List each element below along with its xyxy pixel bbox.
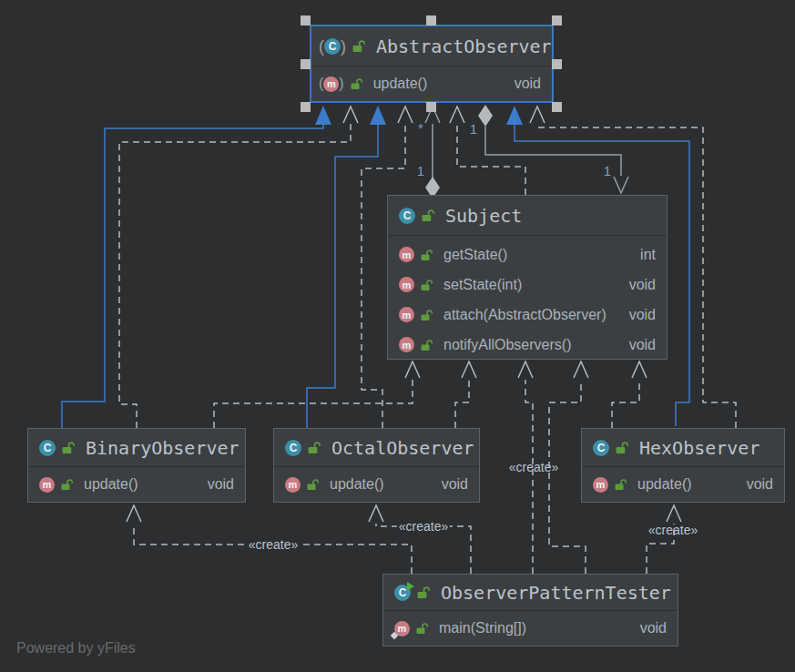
method-name: getState() (443, 247, 507, 263)
selection-handle-bottom-right[interactable] (552, 102, 562, 112)
abstract-paren-icon: ) (339, 76, 343, 91)
method-return-type: void (747, 476, 773, 493)
method-icon: m (39, 477, 55, 493)
static-method-icon: m (394, 621, 410, 636)
abstract-method-icon: m (323, 76, 339, 92)
method-name: setState(int) (443, 277, 522, 293)
edge-octalobserver-dependency-subject[interactable] (455, 361, 476, 428)
method-row[interactable]: m update() void (582, 467, 784, 502)
dependency-arrowhead-icon (530, 107, 545, 123)
edge-tester-create-hexobserver[interactable] (647, 505, 681, 574)
method-return-type: void (640, 620, 667, 636)
class-title: Subject (445, 205, 522, 227)
method-icon: m (285, 477, 301, 493)
public-lock-icon (60, 478, 73, 491)
method-name: update() (637, 476, 692, 493)
abstract-class-icon: C (324, 38, 341, 55)
public-lock-icon (614, 478, 627, 491)
run-arrow-icon (407, 582, 414, 591)
powered-by-yfiles-label: Powered by yFiles (16, 640, 136, 657)
selection-handle-bottom-mid[interactable] (426, 102, 436, 112)
public-lock-icon (61, 441, 75, 454)
class-node-abstractobserver[interactable]: ( C ) AbstractObserver ( m ) update() vo… (310, 25, 554, 103)
abstract-paren-icon: ) (341, 38, 346, 55)
method-name: update() (84, 476, 138, 493)
create-stereotype-label: «create» (247, 537, 300, 552)
method-return-type: void (629, 307, 656, 323)
multiplicity-label-one: 1 (470, 121, 477, 137)
dependency-arrowhead-icon (667, 505, 681, 522)
uml-diagram-canvas[interactable]: ( C ) AbstractObserver ( m ) update() vo… (0, 0, 795, 672)
class-title: OctalObserver (331, 437, 474, 459)
method-icon: m (399, 277, 414, 292)
selection-handle-top-right[interactable] (552, 15, 562, 25)
create-stereotype-label: «create» (509, 460, 558, 474)
class-title: HexObserver (639, 437, 759, 459)
static-badge-icon (391, 631, 398, 638)
edge-hexobserver-dependency-subject[interactable] (612, 361, 647, 428)
method-icon: m (593, 477, 608, 493)
selection-handle-mid-left[interactable] (301, 59, 311, 69)
association-arrowhead-icon (614, 177, 628, 193)
public-lock-icon (416, 585, 430, 599)
inheritance-arrowhead-icon (315, 106, 331, 125)
multiplicity-label-one: 1 (417, 163, 424, 178)
method-row[interactable]: m attach(AbstractObserver) void (388, 300, 667, 330)
dependency-arrowhead-icon (127, 505, 141, 522)
method-row[interactable]: m setState(int) void (388, 270, 667, 300)
method-row[interactable]: ( m ) update() void (311, 66, 552, 101)
dependency-arrowhead-icon (462, 361, 476, 378)
class-title: BinaryObserver (86, 437, 240, 459)
public-lock-icon (350, 77, 362, 90)
dependency-arrowhead-icon (632, 361, 647, 378)
method-return-type: int (640, 247, 656, 263)
edge-subject-aggregates-abstractobserver[interactable] (425, 107, 440, 199)
class-title: ObserverPatternTester (441, 582, 671, 604)
dependency-arrowhead-icon (369, 505, 383, 522)
aggregation-diamond-icon (478, 105, 493, 127)
public-lock-icon (352, 39, 365, 53)
method-return-type: void (515, 76, 541, 92)
method-row[interactable]: m update() void (28, 467, 245, 502)
method-row[interactable]: m main(String[]) void (383, 611, 678, 646)
class-node-hexobserver[interactable]: C HexObserver m update() void (581, 428, 785, 503)
method-icon: m (399, 307, 414, 322)
edge-tester-create-octalobserver[interactable] (369, 505, 471, 574)
dependency-arrowhead-icon (343, 107, 358, 123)
class-title: AbstractObserver (376, 36, 552, 57)
inheritance-arrowhead-icon (506, 106, 523, 125)
method-name: update() (373, 76, 428, 92)
edge-octalobserver-extends-abstractobserver[interactable] (307, 106, 386, 428)
multiplicity-label-one: 1 (604, 163, 611, 178)
method-name: notifyAllObservers() (443, 337, 571, 353)
class-icon: C (285, 440, 301, 456)
selection-handle-top-mid[interactable] (426, 15, 436, 25)
method-name: attach(AbstractObserver) (443, 307, 606, 323)
selection-handle-mid-right[interactable] (552, 59, 562, 69)
class-node-binaryobserver[interactable]: C BinaryObserver m update() void (27, 428, 246, 503)
class-node-subject[interactable]: C Subject m getState() int m setState(in… (387, 195, 668, 360)
public-lock-icon (615, 441, 628, 454)
method-row[interactable]: m notifyAllObservers() void (388, 330, 667, 360)
runnable-class-icon: C (394, 585, 411, 601)
public-lock-icon (420, 279, 433, 291)
edge-binaryobserver-dependency-subject[interactable] (214, 361, 420, 428)
class-icon: C (399, 208, 415, 224)
class-node-octalobserver[interactable]: C OctalObserver m update() void (273, 428, 480, 503)
public-lock-icon (420, 309, 433, 321)
selection-handle-top-left[interactable] (301, 15, 311, 25)
edge-abstractobserver-aggregates-subject[interactable] (478, 105, 628, 193)
method-return-type: void (442, 476, 468, 493)
method-row[interactable]: m update() void (274, 467, 479, 502)
method-row[interactable]: m getState() int (388, 239, 667, 270)
method-icon: m (399, 247, 414, 262)
dependency-arrowhead-icon (574, 361, 588, 378)
multiplicity-label-many: * (418, 120, 423, 136)
class-node-observerpatterntester[interactable]: C ObserverPatternTester m main(String[])… (382, 574, 678, 647)
method-return-type: void (208, 476, 234, 493)
method-icon: m (399, 337, 414, 352)
inheritance-arrowhead-icon (370, 106, 386, 125)
edge-binaryobserver-extends-abstractobserver[interactable] (62, 106, 331, 428)
selection-handle-bottom-left[interactable] (301, 102, 311, 112)
edge-binaryobserver-dependency-abstractobserver[interactable] (119, 107, 358, 428)
